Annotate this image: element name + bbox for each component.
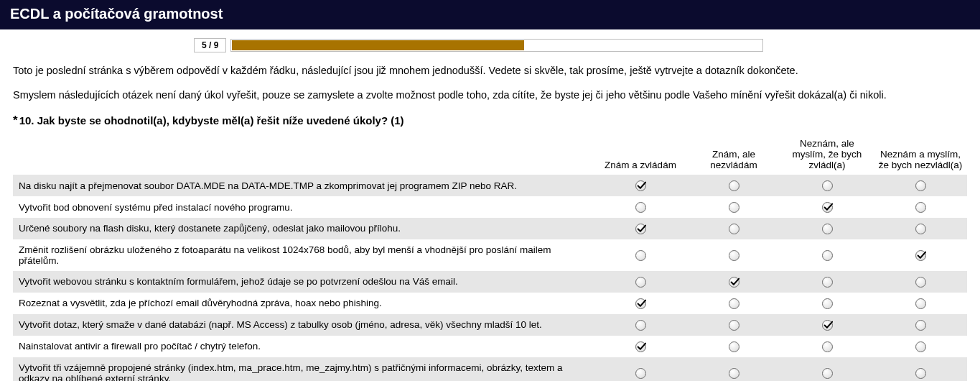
table-row: Vytvořit webovou stránku s kontaktním fo… (13, 271, 967, 293)
radio-option[interactable] (915, 320, 926, 331)
column-header-4: Neznám a myslím, že bych nezvládl(a) (874, 135, 967, 175)
page-header: ECDL a počítačová gramotnost (0, 0, 980, 29)
radio-option[interactable] (635, 320, 646, 331)
radio-option[interactable] (729, 180, 739, 191)
radio-option[interactable] (635, 202, 646, 213)
radio-option[interactable] (635, 180, 646, 191)
radio-option[interactable] (635, 224, 646, 234)
progress-label: 5 / 9 (194, 38, 226, 52)
radio-option[interactable] (635, 341, 646, 352)
radio-option[interactable] (635, 298, 646, 309)
progress-bar-fill (232, 40, 524, 50)
radio-option[interactable] (822, 368, 833, 379)
page-title: ECDL a počítačová gramotnost (10, 6, 223, 22)
radio-option[interactable] (635, 250, 646, 261)
row-label: Vytvořit tři vzájemně propojené stránky … (13, 357, 594, 381)
table-row: Vytvořit dotaz, který smaže v dané datab… (13, 314, 967, 336)
row-label: Určené soubory na flash disku, který dos… (13, 218, 594, 239)
table-row: Vytvořit tři vzájemně propojené stránky … (13, 357, 967, 381)
row-label: Změnit rozlišení obrázku uloženého z fot… (13, 239, 594, 271)
column-header-1: Znám a zvládám (594, 135, 687, 175)
radio-option[interactable] (729, 277, 739, 288)
radio-option[interactable] (729, 202, 739, 213)
radio-option[interactable] (822, 224, 833, 234)
row-label: Nainstalovat antivir a firewall pro počí… (13, 336, 594, 357)
radio-option[interactable] (635, 368, 646, 379)
column-header-2: Znám, ale nezvládám (687, 135, 780, 175)
table-row: Nainstalovat antivir a firewall pro počí… (13, 336, 967, 357)
radio-option[interactable] (915, 224, 926, 234)
radio-option[interactable] (915, 277, 926, 288)
radio-option[interactable] (729, 298, 739, 309)
radio-option[interactable] (635, 277, 646, 288)
radio-option[interactable] (822, 341, 833, 352)
progress-bar-track (230, 39, 763, 52)
column-header-3: Neznám, ale myslím, že bych zvládl(a) (780, 135, 874, 175)
matrix-header-row: Znám a zvládám Znám, ale nezvládám Nezná… (13, 135, 967, 175)
radio-option[interactable] (915, 298, 926, 309)
table-row: Na disku najít a přejmenovat soubor DATA… (13, 175, 967, 196)
radio-option[interactable] (915, 368, 926, 379)
intro-paragraph-1: Toto je poslední stránka s výběrem odpov… (0, 60, 980, 80)
radio-option[interactable] (822, 180, 833, 191)
radio-option[interactable] (915, 180, 926, 191)
question-title: *10. Jak byste se ohodnotil(a), kdybyste… (0, 104, 980, 135)
intro-paragraph-2: Smyslem následujících otázek není daný ú… (0, 80, 980, 104)
row-label: Vytvořit dotaz, který smaže v dané datab… (13, 314, 594, 336)
radio-option[interactable] (729, 320, 739, 331)
radio-option[interactable] (729, 224, 739, 234)
question-title-text: 10. Jak byste se ohodnotil(a), kdybyste … (19, 114, 404, 127)
radio-option[interactable] (822, 320, 833, 331)
row-label: Na disku najít a přejmenovat soubor DATA… (13, 175, 594, 196)
table-row: Vytvořit bod obnovení systému před insta… (13, 196, 967, 218)
radio-option[interactable] (822, 250, 833, 261)
rating-matrix: Znám a zvládám Znám, ale nezvládám Nezná… (13, 135, 967, 381)
radio-option[interactable] (915, 250, 926, 261)
required-asterisk-icon: * (13, 114, 19, 127)
radio-option[interactable] (729, 368, 739, 379)
row-label: Vytvořit webovou stránku s kontaktním fo… (13, 271, 594, 293)
radio-option[interactable] (915, 202, 926, 213)
radio-option[interactable] (729, 341, 739, 352)
radio-option[interactable] (729, 250, 739, 261)
table-row: Rozeznat a vysvětlit, zda je příchozí em… (13, 293, 967, 314)
table-row: Změnit rozlišení obrázku uloženého z fot… (13, 239, 967, 271)
radio-option[interactable] (822, 298, 833, 309)
row-label: Vytvořit bod obnovení systému před insta… (13, 196, 594, 218)
radio-option[interactable] (822, 202, 833, 213)
table-row: Určené soubory na flash disku, který dos… (13, 218, 967, 239)
row-label: Rozeznat a vysvětlit, zda je příchozí em… (13, 293, 594, 314)
progress-bar-section: 5 / 9 (194, 29, 980, 60)
radio-option[interactable] (915, 341, 926, 352)
radio-option[interactable] (822, 277, 833, 288)
main-scroll-area[interactable]: ECDL a počítačová gramotnost 5 / 9 Toto … (0, 0, 980, 381)
